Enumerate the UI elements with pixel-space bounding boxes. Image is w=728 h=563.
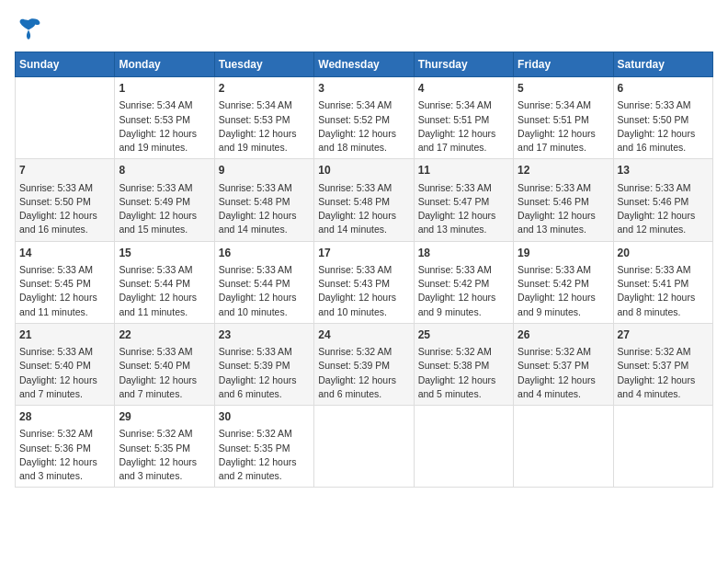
header-wednesday: Wednesday [314, 52, 414, 77]
day-number: 8 [119, 163, 210, 178]
calendar-cell: 2Sunrise: 5:34 AM Sunset: 5:53 PM Daylig… [214, 77, 313, 159]
calendar-cell [314, 406, 414, 488]
day-number: 14 [19, 246, 110, 261]
week-row-1: 1Sunrise: 5:34 AM Sunset: 5:53 PM Daylig… [16, 77, 713, 159]
calendar-cell: 5Sunrise: 5:34 AM Sunset: 5:51 PM Daylig… [514, 77, 613, 159]
cell-content: Sunrise: 5:32 AM Sunset: 5:36 PM Dayligh… [19, 427, 110, 483]
calendar-cell [514, 406, 613, 488]
day-number: 13 [618, 163, 709, 178]
header-friday: Friday [514, 52, 613, 77]
calendar-cell: 3Sunrise: 5:34 AM Sunset: 5:52 PM Daylig… [314, 77, 414, 159]
calendar-cell: 22Sunrise: 5:33 AM Sunset: 5:40 PM Dayli… [115, 323, 214, 405]
day-number: 2 [219, 81, 310, 97]
calendar-header-row: SundayMondayTuesdayWednesdayThursdayFrid… [16, 52, 713, 77]
day-number: 27 [618, 327, 709, 343]
day-number: 11 [418, 163, 509, 178]
header-tuesday: Tuesday [214, 52, 313, 77]
cell-content: Sunrise: 5:33 AM Sunset: 5:42 PM Dayligh… [418, 263, 509, 319]
calendar-cell: 20Sunrise: 5:33 AM Sunset: 5:41 PM Dayli… [613, 241, 712, 323]
calendar-cell: 27Sunrise: 5:32 AM Sunset: 5:37 PM Dayli… [613, 323, 712, 405]
cell-content: Sunrise: 5:32 AM Sunset: 5:39 PM Dayligh… [318, 345, 409, 401]
cell-content: Sunrise: 5:33 AM Sunset: 5:41 PM Dayligh… [618, 263, 709, 319]
day-number: 30 [219, 409, 310, 425]
logo [15, 15, 46, 42]
header-thursday: Thursday [414, 52, 513, 77]
day-number: 3 [318, 81, 409, 97]
calendar-cell: 24Sunrise: 5:32 AM Sunset: 5:39 PM Dayli… [314, 323, 414, 405]
calendar-cell: 28Sunrise: 5:32 AM Sunset: 5:36 PM Dayli… [16, 406, 115, 488]
calendar-body: 1Sunrise: 5:34 AM Sunset: 5:53 PM Daylig… [16, 77, 713, 488]
calendar-cell [16, 77, 115, 159]
day-number: 29 [119, 409, 210, 425]
day-number: 6 [618, 81, 709, 97]
day-number: 15 [119, 246, 210, 261]
cell-content: Sunrise: 5:33 AM Sunset: 5:43 PM Dayligh… [318, 263, 409, 319]
calendar-cell: 12Sunrise: 5:33 AM Sunset: 5:46 PM Dayli… [514, 159, 613, 241]
header-sunday: Sunday [16, 52, 115, 77]
calendar-cell: 8Sunrise: 5:33 AM Sunset: 5:49 PM Daylig… [115, 159, 214, 241]
cell-content: Sunrise: 5:33 AM Sunset: 5:42 PM Dayligh… [518, 263, 609, 319]
cell-content: Sunrise: 5:33 AM Sunset: 5:39 PM Dayligh… [219, 345, 310, 401]
calendar-cell: 17Sunrise: 5:33 AM Sunset: 5:43 PM Dayli… [314, 241, 414, 323]
cell-content: Sunrise: 5:33 AM Sunset: 5:48 PM Dayligh… [219, 181, 310, 237]
cell-content: Sunrise: 5:33 AM Sunset: 5:44 PM Dayligh… [119, 263, 210, 319]
cell-content: Sunrise: 5:32 AM Sunset: 5:35 PM Dayligh… [219, 427, 310, 483]
day-number: 28 [19, 409, 110, 425]
calendar-cell: 7Sunrise: 5:33 AM Sunset: 5:50 PM Daylig… [16, 159, 115, 241]
logo-icon [15, 15, 42, 42]
cell-content: Sunrise: 5:33 AM Sunset: 5:49 PM Dayligh… [119, 181, 210, 237]
calendar-cell: 15Sunrise: 5:33 AM Sunset: 5:44 PM Dayli… [115, 241, 214, 323]
calendar-cell: 13Sunrise: 5:33 AM Sunset: 5:46 PM Dayli… [613, 159, 712, 241]
calendar-cell: 25Sunrise: 5:32 AM Sunset: 5:38 PM Dayli… [414, 323, 513, 405]
day-number: 7 [19, 163, 110, 178]
calendar-cell: 11Sunrise: 5:33 AM Sunset: 5:47 PM Dayli… [414, 159, 513, 241]
calendar-table: SundayMondayTuesdayWednesdayThursdayFrid… [15, 52, 713, 488]
calendar-cell: 19Sunrise: 5:33 AM Sunset: 5:42 PM Dayli… [514, 241, 613, 323]
calendar-cell: 18Sunrise: 5:33 AM Sunset: 5:42 PM Dayli… [414, 241, 513, 323]
cell-content: Sunrise: 5:34 AM Sunset: 5:51 PM Dayligh… [418, 98, 509, 155]
cell-content: Sunrise: 5:33 AM Sunset: 5:46 PM Dayligh… [518, 181, 609, 237]
calendar-cell: 10Sunrise: 5:33 AM Sunset: 5:48 PM Dayli… [314, 159, 414, 241]
day-number: 21 [19, 327, 110, 343]
calendar-cell [613, 406, 712, 488]
cell-content: Sunrise: 5:33 AM Sunset: 5:50 PM Dayligh… [618, 98, 709, 155]
header [15, 15, 713, 42]
day-number: 5 [518, 81, 609, 97]
day-number: 23 [219, 327, 310, 343]
week-row-5: 28Sunrise: 5:32 AM Sunset: 5:36 PM Dayli… [16, 406, 713, 488]
day-number: 20 [618, 246, 709, 261]
day-number: 12 [518, 163, 609, 178]
cell-content: Sunrise: 5:34 AM Sunset: 5:53 PM Dayligh… [119, 98, 210, 155]
cell-content: Sunrise: 5:32 AM Sunset: 5:38 PM Dayligh… [418, 345, 509, 401]
cell-content: Sunrise: 5:33 AM Sunset: 5:46 PM Dayligh… [618, 181, 709, 237]
day-number: 18 [418, 246, 509, 261]
day-number: 1 [119, 81, 210, 97]
cell-content: Sunrise: 5:34 AM Sunset: 5:52 PM Dayligh… [318, 98, 409, 155]
calendar-cell: 23Sunrise: 5:33 AM Sunset: 5:39 PM Dayli… [214, 323, 313, 405]
calendar-cell: 6Sunrise: 5:33 AM Sunset: 5:50 PM Daylig… [613, 77, 712, 159]
calendar-cell: 1Sunrise: 5:34 AM Sunset: 5:53 PM Daylig… [115, 77, 214, 159]
day-number: 24 [318, 327, 409, 343]
day-number: 4 [418, 81, 509, 97]
cell-content: Sunrise: 5:33 AM Sunset: 5:45 PM Dayligh… [19, 263, 110, 319]
cell-content: Sunrise: 5:33 AM Sunset: 5:47 PM Dayligh… [418, 181, 509, 237]
calendar-cell: 9Sunrise: 5:33 AM Sunset: 5:48 PM Daylig… [214, 159, 313, 241]
calendar-cell: 29Sunrise: 5:32 AM Sunset: 5:35 PM Dayli… [115, 406, 214, 488]
cell-content: Sunrise: 5:33 AM Sunset: 5:44 PM Dayligh… [219, 263, 310, 319]
calendar-cell: 16Sunrise: 5:33 AM Sunset: 5:44 PM Dayli… [214, 241, 313, 323]
cell-content: Sunrise: 5:32 AM Sunset: 5:35 PM Dayligh… [119, 427, 210, 483]
cell-content: Sunrise: 5:33 AM Sunset: 5:48 PM Dayligh… [318, 181, 409, 237]
cell-content: Sunrise: 5:33 AM Sunset: 5:50 PM Dayligh… [19, 181, 110, 237]
calendar-cell: 30Sunrise: 5:32 AM Sunset: 5:35 PM Dayli… [214, 406, 313, 488]
week-row-4: 21Sunrise: 5:33 AM Sunset: 5:40 PM Dayli… [16, 323, 713, 405]
cell-content: Sunrise: 5:33 AM Sunset: 5:40 PM Dayligh… [119, 345, 210, 401]
day-number: 19 [518, 246, 609, 261]
day-number: 9 [219, 163, 310, 178]
calendar-cell [414, 406, 513, 488]
day-number: 22 [119, 327, 210, 343]
day-number: 26 [518, 327, 609, 343]
day-number: 10 [318, 163, 409, 178]
calendar-cell: 4Sunrise: 5:34 AM Sunset: 5:51 PM Daylig… [414, 77, 513, 159]
day-number: 17 [318, 246, 409, 261]
week-row-2: 7Sunrise: 5:33 AM Sunset: 5:50 PM Daylig… [16, 159, 713, 241]
